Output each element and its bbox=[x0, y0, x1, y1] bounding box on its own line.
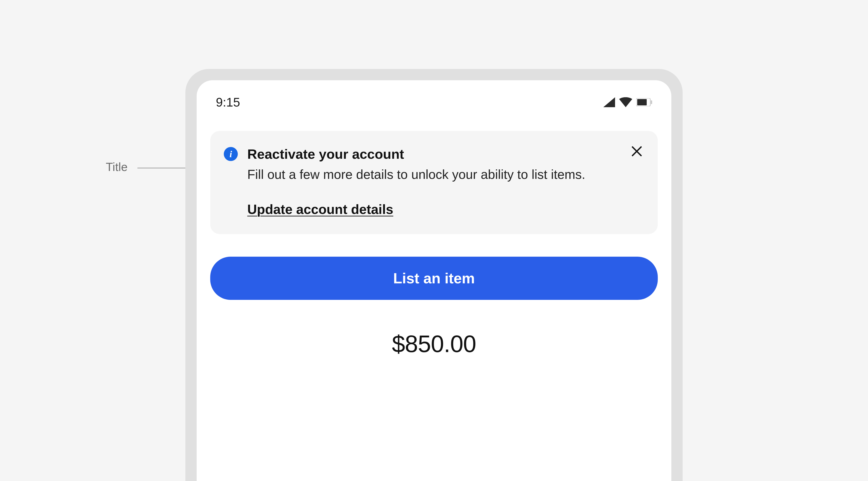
close-button[interactable] bbox=[629, 143, 645, 159]
battery-icon bbox=[636, 98, 652, 106]
cellular-signal-icon bbox=[603, 97, 615, 107]
info-icon: i bbox=[224, 147, 238, 161]
alert-content: Reactivate your account Fill out a few m… bbox=[247, 146, 644, 217]
status-bar: 9:15 bbox=[197, 80, 671, 117]
status-icons-group bbox=[603, 97, 652, 107]
svg-rect-2 bbox=[651, 100, 652, 104]
svg-rect-1 bbox=[637, 99, 647, 106]
alert-body: Fill out a few more details to unlock yo… bbox=[247, 165, 622, 184]
status-time: 9:15 bbox=[216, 95, 240, 110]
info-icon-glyph: i bbox=[229, 149, 232, 159]
device-frame: 9:15 i bbox=[185, 69, 683, 481]
annotation-title-label: Title bbox=[106, 160, 127, 174]
amount-value: $850.00 bbox=[197, 330, 671, 358]
list-item-button[interactable]: List an item bbox=[210, 257, 658, 300]
wifi-icon bbox=[619, 97, 632, 107]
update-account-link[interactable]: Update account details bbox=[247, 202, 393, 217]
alert-title: Reactivate your account bbox=[247, 146, 622, 162]
close-icon bbox=[631, 146, 643, 157]
device-screen: 9:15 i bbox=[197, 80, 671, 481]
alert-card: i Reactivate your account Fill out a few… bbox=[210, 131, 658, 234]
